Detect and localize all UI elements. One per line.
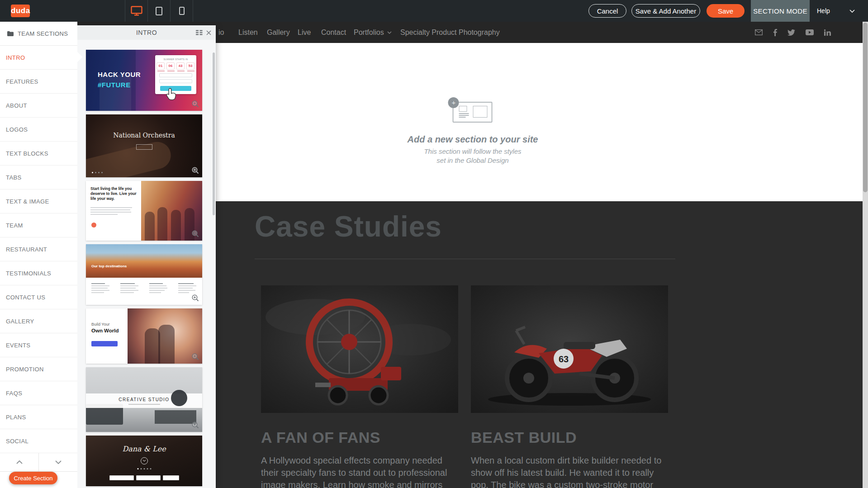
sidebar-item-events[interactable]: EVENTS xyxy=(0,333,77,357)
zoom-in-icon[interactable] xyxy=(192,294,199,302)
sidebar-item-label: EVENTS xyxy=(6,342,30,349)
mobile-preview-button[interactable] xyxy=(170,0,193,22)
tablet-preview-button[interactable] xyxy=(147,0,170,22)
table-silhouette xyxy=(155,410,196,424)
zoom-in-icon[interactable] xyxy=(192,167,199,174)
sidebar-item-social[interactable]: SOCIAL xyxy=(0,429,77,453)
form-input-placeholder xyxy=(159,73,192,77)
sidebar-item-testimonials[interactable]: TESTIMONIALS xyxy=(0,261,77,285)
sidebar-item-gallery[interactable]: GALLERY xyxy=(0,309,77,333)
template-thumbnail-top-destinations[interactable]: Our top destinations xyxy=(86,244,202,305)
page-scrollbar-thumb[interactable] xyxy=(863,23,868,192)
sketch-text-line xyxy=(459,115,469,116)
facebook-icon[interactable] xyxy=(773,29,777,36)
close-icon[interactable] xyxy=(206,30,211,35)
sidebar-item-text-image[interactable]: TEXT & IMAGE xyxy=(0,190,77,213)
tablet-icon xyxy=(156,7,162,15)
site-nav-item[interactable]: Specialty Product Photography xyxy=(400,22,500,43)
sidebar-item-intro[interactable]: INTRO xyxy=(0,46,77,70)
scroll-down-circle xyxy=(141,457,148,464)
scroll-down-button[interactable] xyxy=(39,453,77,471)
sidebar-item-label: PLANS xyxy=(6,414,26,421)
form-row-placeholder xyxy=(109,475,179,480)
site-nav-item[interactable]: Contact xyxy=(321,22,346,43)
youtube-icon[interactable] xyxy=(806,29,814,35)
template-thumbnail-hack-your-future[interactable]: HACK YOUR #FUTURE SUMMER STARTS IN 01 06… xyxy=(86,50,202,111)
desktop-preview-button[interactable] xyxy=(125,0,147,22)
desktop-icon xyxy=(131,6,142,16)
template-heading: Own World xyxy=(91,328,119,333)
site-nav-item[interactable]: Gallery xyxy=(267,22,290,43)
linkedin-icon[interactable] xyxy=(824,29,831,36)
sidebar-item-logos[interactable]: LOGOS xyxy=(0,118,77,142)
site-nav-item[interactable]: Listen xyxy=(238,22,258,43)
link-columns xyxy=(91,283,198,294)
countdown-cell: 01 xyxy=(157,62,165,71)
sidebar-item-faqs[interactable]: FAQS xyxy=(0,381,77,405)
sketch-text-line xyxy=(459,117,466,118)
countdown-label xyxy=(177,71,185,71)
text-line xyxy=(90,214,118,215)
sidebar-item-about[interactable]: ABOUT xyxy=(0,94,77,118)
duda-editor: io Listen Gallery Live Contact Portfolio… xyxy=(0,0,868,488)
sidebar-item-text-blocks[interactable]: TEXT BLOCKS xyxy=(0,142,77,166)
countdown-cell: 53 xyxy=(186,62,195,71)
section-title: Case Studies xyxy=(255,210,442,243)
section-mode-badge: SECTION MODE xyxy=(751,0,810,22)
sidebar-item-promotion[interactable]: PROMOTION xyxy=(0,357,77,381)
add-section-subtitle-line2: set in the Global Design xyxy=(436,156,508,165)
sidebar-item-label: FAQS xyxy=(6,390,22,397)
site-nav-item-portfolios[interactable]: Portfolios xyxy=(354,22,392,43)
zoom-in-icon[interactable] xyxy=(192,353,199,360)
case-study-heading: BEAST BUILD xyxy=(471,429,668,446)
list-view-icon[interactable] xyxy=(196,30,203,35)
template-thumbnail-national-orchestra[interactable]: National Orchestra xyxy=(86,114,202,177)
sidebar-item-label: RESTAURANT xyxy=(6,246,47,253)
cancel-button[interactable]: Cancel xyxy=(588,4,626,18)
link-column xyxy=(178,283,198,294)
panel-scrollbar[interactable] xyxy=(213,52,215,215)
duda-logo[interactable]: duda xyxy=(11,5,30,17)
page-scrollbar[interactable] xyxy=(863,22,868,488)
email-icon[interactable] xyxy=(755,29,763,35)
site-nav-item[interactable]: io xyxy=(218,22,224,43)
template-thumbnail-dana-and-lee[interactable]: Dana & Lee xyxy=(86,436,202,486)
sidebar-item-plans[interactable]: PLANS xyxy=(0,405,77,429)
create-section-button[interactable]: Create Section xyxy=(9,472,57,484)
device-preview-switcher xyxy=(125,0,193,22)
sidebar-item-tabs[interactable]: TABS xyxy=(0,166,77,190)
site-nav-item[interactable]: Live xyxy=(298,22,311,43)
template-thumbnail-start-living[interactable]: Start living the life you deserve to liv… xyxy=(86,181,202,241)
form-input-placeholder xyxy=(159,79,192,83)
template-heading: Build Your xyxy=(91,322,110,327)
sidebar-item-contact-us[interactable]: CONTACT US xyxy=(0,285,77,309)
sidebar-item-restaurant[interactable]: RESTAURANT xyxy=(0,237,77,261)
twitter-icon[interactable] xyxy=(787,29,795,36)
template-thumbnail-creative-studio[interactable]: CREATIVE STUDIO xyxy=(86,367,202,432)
sidebar-item-label: PROMOTION xyxy=(6,366,44,373)
sidebar-item-label: INTRO xyxy=(6,54,25,61)
carousel-dot xyxy=(101,172,103,173)
mobile-icon xyxy=(179,7,185,15)
zoom-in-icon[interactable] xyxy=(192,100,199,108)
sketch-text-line xyxy=(459,113,469,114)
zoom-in-icon[interactable] xyxy=(192,230,199,237)
panel-header: INTRO xyxy=(77,25,216,40)
help-menu[interactable]: Help xyxy=(817,0,830,22)
sidebar-item-team[interactable]: TEAM xyxy=(0,213,77,237)
save-add-another-button[interactable]: Save & Add Another xyxy=(631,4,700,18)
chevron-down-icon[interactable] xyxy=(849,9,855,13)
template-heading: #FUTURE xyxy=(98,81,131,89)
link-column xyxy=(120,283,140,294)
chevron-down-icon xyxy=(142,460,146,462)
sidebar-item-features[interactable]: FEATURES xyxy=(0,70,77,94)
hand-cursor xyxy=(166,88,177,100)
carousel-dot xyxy=(143,468,145,469)
scroll-up-button[interactable] xyxy=(0,453,39,471)
sidebar-item-label: FEATURES xyxy=(6,78,38,85)
panel-header-icons xyxy=(196,25,211,40)
plus-icon: + xyxy=(448,97,459,108)
template-thumbnail-build-your-own-world[interactable]: Build Your Own World xyxy=(86,308,202,364)
save-button[interactable]: Save xyxy=(707,4,745,18)
zoom-in-icon[interactable] xyxy=(192,422,199,429)
